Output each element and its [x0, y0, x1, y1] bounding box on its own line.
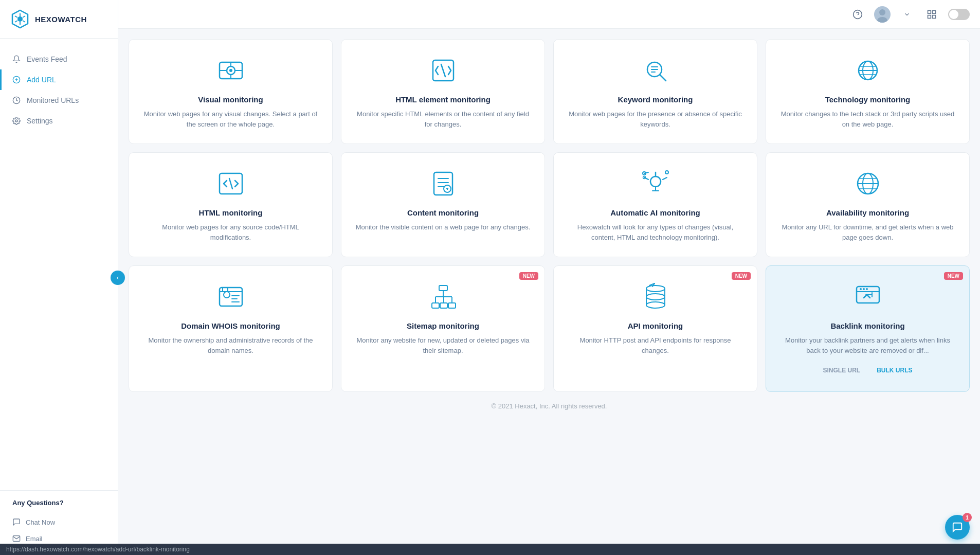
sidebar-item-add-url[interactable]: Add URL — [0, 69, 118, 90]
sitemap-monitoring-icon — [427, 280, 460, 313]
card-technology-monitoring[interactable]: Technology monitoring Monitor changes to… — [766, 39, 970, 144]
keyword-monitoring-title: Keyword monitoring — [618, 95, 693, 104]
add-url-label: Add URL — [27, 76, 56, 84]
availability-monitoring-title: Availability monitoring — [826, 208, 909, 217]
svg-point-15 — [879, 9, 885, 15]
chevron-down-icon[interactable] — [899, 6, 915, 23]
availability-monitoring-desc: Monitor any URL for downtime, and get al… — [778, 222, 957, 242]
html-monitoring-title: HTML monitoring — [199, 208, 263, 217]
single-url-button[interactable]: SINGLE URL — [816, 364, 868, 377]
svg-rect-72 — [439, 285, 447, 291]
main-content: Visual monitoring Monitor web pages for … — [118, 0, 980, 555]
card-content-monitoring[interactable]: Content monitoring Monitor the visible c… — [341, 152, 545, 257]
email-label: Email — [26, 535, 43, 543]
svg-line-6 — [15, 21, 17, 22]
footer: © 2021 Hexact, Inc. All rights reserved. — [129, 392, 970, 420]
avatar[interactable] — [874, 6, 891, 23]
svg-line-7 — [23, 16, 25, 17]
settings-icon — [12, 117, 21, 125]
svg-point-23 — [229, 69, 232, 72]
card-keyword-monitoring[interactable]: Keyword monitoring Monitor web pages for… — [553, 39, 757, 144]
ai-monitoring-icon — [639, 167, 672, 200]
card-visual-monitoring[interactable]: Visual monitoring Monitor web pages for … — [129, 39, 333, 144]
events-feed-label: Events Feed — [27, 55, 67, 63]
sitemap-new-badge: NEW — [519, 272, 538, 280]
svg-point-81 — [646, 285, 665, 292]
sidebar-item-events-feed[interactable]: Events Feed — [0, 49, 118, 69]
logo-text: HEXOWATCH — [35, 15, 87, 24]
svg-point-16 — [877, 17, 887, 23]
svg-rect-18 — [933, 10, 936, 13]
sidebar-item-monitored-urls[interactable]: Monitored URLs — [0, 90, 118, 111]
backlink-new-badge: NEW — [944, 272, 963, 280]
collapse-sidebar-button[interactable]: ‹ — [111, 271, 125, 285]
backlink-monitoring-icon — [851, 280, 884, 313]
help-icon[interactable] — [849, 6, 866, 23]
svg-line-29 — [441, 64, 445, 77]
technology-monitoring-desc: Monitor changes to the tech stack or 3rd… — [778, 109, 957, 129]
html-element-title: HTML element monitoring — [395, 95, 491, 104]
svg-rect-19 — [928, 15, 931, 18]
chat-icon — [12, 518, 21, 526]
chat-now-link[interactable]: Chat Now — [12, 514, 105, 530]
svg-line-41 — [229, 178, 232, 189]
api-monitoring-title: API monitoring — [628, 321, 683, 330]
card-availability-monitoring[interactable]: Availability monitoring Monitor any URL … — [766, 152, 970, 257]
content-monitoring-desc: Monitor the visible content on a web pag… — [356, 222, 531, 232]
sidebar: HEXOWATCH Events Feed Add URL Monitored … — [0, 0, 118, 555]
settings-label: Settings — [27, 117, 53, 125]
url-toggle-group: SINGLE URL BULK URLS — [778, 364, 957, 377]
html-monitoring-desc: Monitor web pages for any source code/HT… — [141, 222, 320, 242]
chat-badge: 1 — [963, 513, 972, 522]
email-icon — [12, 534, 21, 543]
ai-monitoring-title: Automatic AI monitoring — [610, 208, 700, 217]
svg-rect-17 — [928, 10, 931, 13]
card-sitemap-monitoring[interactable]: NEW Sitemap monitoring Moni — [341, 265, 545, 392]
statusbar: https://dash.hexowatch.com/hexowatch/add… — [0, 544, 980, 555]
card-html-monitoring[interactable]: HTML monitoring Monitor web pages for an… — [129, 152, 333, 257]
technology-monitoring-title: Technology monitoring — [825, 95, 911, 104]
svg-point-93 — [863, 288, 865, 290]
sidebar-item-settings[interactable]: Settings — [0, 111, 118, 131]
card-api-monitoring[interactable]: NEW API monitoring Monitor — [553, 265, 757, 392]
technology-monitoring-icon — [851, 54, 884, 87]
theme-toggle[interactable] — [948, 9, 970, 20]
visual-monitoring-icon — [214, 54, 247, 87]
clock-icon — [12, 96, 21, 104]
content-monitoring-title: Content monitoring — [407, 208, 479, 217]
api-new-badge: NEW — [732, 272, 751, 280]
html-element-desc: Monitor specific HTML elements or the co… — [354, 109, 532, 129]
svg-point-57 — [665, 171, 668, 174]
keyword-monitoring-icon — [639, 54, 672, 87]
svg-rect-75 — [448, 303, 456, 308]
card-backlink-monitoring[interactable]: NEW Backlink monitoring Monitor your bac — [766, 265, 970, 392]
monitored-urls-label: Monitored URLs — [27, 96, 79, 104]
visual-monitoring-title: Visual monitoring — [198, 95, 263, 104]
chat-fab-button[interactable]: 1 — [945, 515, 970, 540]
ai-monitoring-desc: Hexowatch will look for any types of cha… — [566, 222, 745, 242]
card-domain-whois-monitoring[interactable]: Domain WHOIS monitoring Monitor the owne… — [129, 265, 333, 392]
svg-rect-73 — [432, 303, 439, 308]
bulk-urls-button[interactable]: BULK URLS — [869, 364, 919, 377]
svg-point-92 — [860, 288, 862, 290]
any-questions-heading: Any Questions? — [12, 499, 105, 507]
card-html-element-monitoring[interactable]: HTML element monitoring Monitor specific… — [341, 39, 545, 144]
logo-area: HEXOWATCH — [0, 0, 118, 39]
bell-icon — [12, 55, 21, 63]
svg-line-31 — [660, 75, 666, 81]
card-ai-monitoring[interactable]: Automatic AI monitoring Hexowatch will l… — [553, 152, 757, 257]
plus-circle-icon — [12, 76, 21, 84]
hexowatch-logo-icon — [10, 9, 30, 29]
backlink-monitoring-desc: Monitor your backlink partners and get a… — [778, 335, 957, 355]
topbar — [118, 0, 980, 29]
grid-icon[interactable] — [923, 6, 940, 23]
domain-whois-title: Domain WHOIS monitoring — [181, 321, 280, 330]
api-monitoring-desc: Monitor HTTP post and API endpoints for … — [566, 335, 745, 355]
content-monitoring-icon — [427, 167, 460, 200]
svg-point-12 — [15, 120, 17, 122]
svg-point-87 — [646, 302, 665, 308]
svg-point-1 — [17, 16, 23, 22]
sitemap-monitoring-title: Sitemap monitoring — [407, 321, 479, 330]
svg-line-5 — [23, 21, 25, 22]
keyword-monitoring-desc: Monitor web pages for the presence or ab… — [566, 109, 745, 129]
